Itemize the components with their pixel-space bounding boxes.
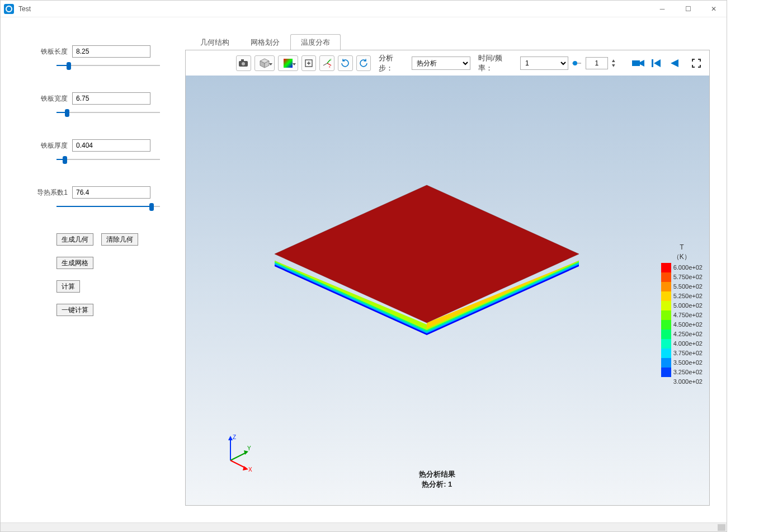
param-slider[interactable] xyxy=(56,61,160,70)
frame-spinner[interactable] xyxy=(586,57,608,69)
app-window: Test ─ ☐ ✕ 铁板长度铁板宽度铁板厚度导热系数1 生成几何 清除几何 生… xyxy=(0,0,727,532)
svg-text:Z: Z xyxy=(233,434,236,440)
legend-swatch xyxy=(661,358,671,368)
rotate-cw-icon[interactable] xyxy=(338,55,353,71)
param-input[interactable] xyxy=(72,139,150,152)
svg-rect-7 xyxy=(284,59,293,68)
legend-var: T xyxy=(661,243,703,251)
compute-button[interactable]: 计算 xyxy=(56,280,80,293)
legend-label: 4.250e+02 xyxy=(673,329,703,339)
svg-marker-17 xyxy=(612,64,615,67)
window-title: Test xyxy=(18,5,31,13)
legend-swatch xyxy=(661,282,671,291)
legend-swatch xyxy=(661,301,671,310)
generate-geometry-button[interactable]: 生成几何 xyxy=(56,233,93,246)
clear-geometry-button[interactable]: 清除几何 xyxy=(101,233,138,246)
param-row: 铁板长度 xyxy=(34,45,174,70)
analysis-step-select[interactable]: 热分析 xyxy=(412,57,470,70)
svg-marker-34 xyxy=(228,436,233,440)
legend-label: 3.250e+02 xyxy=(673,368,703,377)
param-slider[interactable] xyxy=(56,155,160,164)
fullscreen-icon[interactable] xyxy=(689,55,704,71)
param-row: 铁板厚度 xyxy=(34,139,174,164)
color-legend: T （K） 6.000e+025.750e+025.500e+025.250e+… xyxy=(661,243,703,387)
param-label: 导热系数1 xyxy=(34,188,68,197)
svg-text:Y: Y xyxy=(247,445,251,451)
svg-text:X: X xyxy=(248,467,252,472)
legend-unit: （K） xyxy=(661,252,703,262)
titlebar: Test ─ ☐ ✕ xyxy=(1,1,727,17)
legend-label: 3.750e+02 xyxy=(673,349,703,358)
rotate-ccw-icon[interactable] xyxy=(356,55,371,71)
svg-marker-22 xyxy=(671,59,678,67)
legend-label: 6.000e+02 xyxy=(673,263,703,272)
legend-swatch xyxy=(661,349,671,358)
legend-swatch xyxy=(661,368,671,377)
legend-swatch xyxy=(661,310,671,320)
generate-mesh-button[interactable]: 生成网格 xyxy=(56,257,93,269)
viewer: xy 分析步： 热分析 时间/频率： 1 xyxy=(185,50,710,506)
legend-label: 5.250e+02 xyxy=(673,291,703,301)
legend-swatch xyxy=(661,272,671,282)
legend-swatch xyxy=(661,329,671,339)
svg-marker-32 xyxy=(275,185,579,323)
time-freq-label: 时间/频率： xyxy=(478,53,515,73)
param-row: 铁板宽度 xyxy=(34,92,174,117)
param-input[interactable] xyxy=(72,92,150,105)
tab[interactable]: 温度分布 xyxy=(290,34,341,50)
tabs-bar: 几何结构网格划分温度分布 xyxy=(185,34,727,50)
skip-start-icon[interactable] xyxy=(649,55,664,71)
tab[interactable]: 网格划分 xyxy=(240,34,290,50)
horizontal-scrollbar[interactable] xyxy=(1,522,727,531)
legend-label: 5.750e+02 xyxy=(673,272,703,282)
param-label: 铁板厚度 xyxy=(34,141,68,150)
svg-marker-16 xyxy=(612,59,615,62)
svg-point-2 xyxy=(242,62,245,65)
svg-point-0 xyxy=(6,6,12,12)
result-caption: 热分析结果 热分析: 1 xyxy=(419,469,455,489)
xyz-axes-icon[interactable]: xy xyxy=(319,55,334,71)
axes-gizmo: Z Y X xyxy=(219,432,258,472)
legend-swatch xyxy=(661,320,671,329)
cube-view-dropdown[interactable] xyxy=(254,55,275,71)
colormap-dropdown[interactable] xyxy=(278,55,298,71)
svg-marker-19 xyxy=(640,60,644,67)
fit-view-icon[interactable] xyxy=(301,55,317,71)
svg-marker-21 xyxy=(654,59,661,67)
video-record-icon[interactable] xyxy=(631,55,646,71)
minimize-button[interactable]: ─ xyxy=(649,1,675,17)
plate-model xyxy=(270,180,583,359)
parameter-panel: 铁板长度铁板宽度铁板厚度导热系数1 生成几何 清除几何 生成网格 计算 一键计算 xyxy=(1,17,185,522)
param-row: 导热系数1 xyxy=(34,186,174,211)
app-icon xyxy=(4,4,14,14)
slider-icon[interactable] xyxy=(572,55,582,71)
legend-label: 3.000e+02 xyxy=(673,377,703,387)
maximize-button[interactable]: ☐ xyxy=(675,1,701,17)
legend-label: 4.500e+02 xyxy=(673,320,703,329)
main-panel: 几何结构网格划分温度分布 xyxy=(185,17,727,522)
legend-label: 5.500e+02 xyxy=(673,282,703,291)
param-input[interactable] xyxy=(72,45,150,58)
time-freq-select[interactable]: 1 xyxy=(520,57,568,70)
one-click-compute-button[interactable]: 一键计算 xyxy=(56,304,93,316)
legend-label: 5.000e+02 xyxy=(673,301,703,310)
3d-canvas[interactable]: Z Y X 热分析结果 热分析: 1 T （K） xyxy=(186,76,709,505)
svg-rect-20 xyxy=(652,59,653,67)
svg-rect-18 xyxy=(632,60,640,66)
legend-swatch xyxy=(661,263,671,272)
legend-label: 4.750e+02 xyxy=(673,310,703,320)
param-slider[interactable] xyxy=(56,108,160,117)
camera-icon[interactable] xyxy=(236,55,251,71)
close-button[interactable]: ✕ xyxy=(701,1,727,17)
param-input[interactable] xyxy=(72,186,150,199)
svg-text:y: y xyxy=(330,58,332,61)
spinner-arrows-icon[interactable] xyxy=(611,58,616,69)
param-slider[interactable] xyxy=(56,202,160,211)
svg-point-15 xyxy=(573,61,577,65)
tab[interactable]: 几何结构 xyxy=(190,34,240,50)
window-controls: ─ ☐ ✕ xyxy=(649,1,727,17)
play-reverse-icon[interactable] xyxy=(667,55,682,71)
param-label: 铁板宽度 xyxy=(34,94,68,103)
analysis-step-label: 分析步： xyxy=(379,53,406,73)
legend-label: 4.000e+02 xyxy=(673,339,703,349)
